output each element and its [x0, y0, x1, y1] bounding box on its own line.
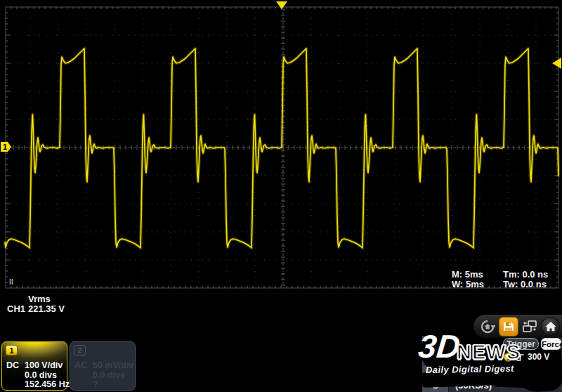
- timebase-main: M: 5ms: [452, 269, 483, 280]
- watermark-logo-3d: 3D: [417, 330, 462, 362]
- return-home-icon[interactable]: [478, 318, 497, 336]
- trigger-level-value: 300 V: [528, 352, 549, 362]
- channel2-frequency: ?: [93, 380, 98, 390]
- measurement-readout: Vrms CH1221.35 V: [7, 294, 65, 314]
- channel2-panel[interactable]: 2 AC50 mV/div 0.0 divs ?: [70, 341, 136, 391]
- measurement-channel: CH1: [7, 304, 28, 314]
- oscilloscope-screen: 1 II M: 5ms W: 5ms Tm: 0.0 ns Tw: 0.0 ns…: [0, 0, 562, 392]
- force-button[interactable]: Force: [541, 338, 561, 350]
- channel2-position: 0.0 divs: [93, 371, 125, 381]
- scope-display: 1 II M: 5ms W: 5ms Tm: 0.0 ns Tw: 0.0 ns: [0, 0, 562, 313]
- channel1-frequency: 152.456 Hz: [25, 380, 70, 390]
- channel1-scale: 100 V/div: [25, 361, 63, 371]
- quick-toolbar: [473, 315, 562, 338]
- channel1-marker-label: 1: [3, 143, 7, 151]
- channel2-badge: 2: [74, 345, 86, 355]
- home-icon[interactable]: [541, 317, 560, 336]
- measurement-name: Vrms: [28, 294, 65, 304]
- channel1-panel[interactable]: 1 DC100 V/div 0.0 divs 152.456 Hz: [1, 341, 67, 391]
- watermark-logo-news: NEWS: [457, 342, 521, 362]
- channel1-coupling: DC: [6, 361, 25, 371]
- dual-display-icon[interactable]: [521, 318, 539, 336]
- channel1-position: 0.0 divs: [25, 371, 57, 381]
- timebase-tw: Tw: 0.0 ns: [503, 279, 547, 289]
- timebase-tm: Tm: 0.0 ns: [503, 269, 548, 280]
- measurement-value: 221.35 V: [28, 304, 65, 314]
- trigger-level-marker[interactable]: [552, 58, 561, 69]
- channel1-position-marker[interactable]: 1: [1, 142, 11, 152]
- run-state-indicator: II: [9, 277, 13, 286]
- save-icon[interactable]: [499, 317, 518, 337]
- timebase-window: W: 5ms: [452, 279, 484, 289]
- channel1-badge: 1: [6, 345, 18, 355]
- channel2-coupling: AC: [74, 361, 93, 371]
- channel2-info: AC50 mV/div 0.0 divs ?: [74, 361, 133, 390]
- channel1-info: DC100 V/div 0.0 divs 152.456 Hz: [6, 361, 65, 390]
- watermark-tagline: Daily Digital Digest: [426, 364, 514, 374]
- trigger-position-marker[interactable]: [276, 1, 287, 9]
- channel2-scale: 50 mV/div: [93, 361, 133, 371]
- watermark-blob: [492, 374, 560, 388]
